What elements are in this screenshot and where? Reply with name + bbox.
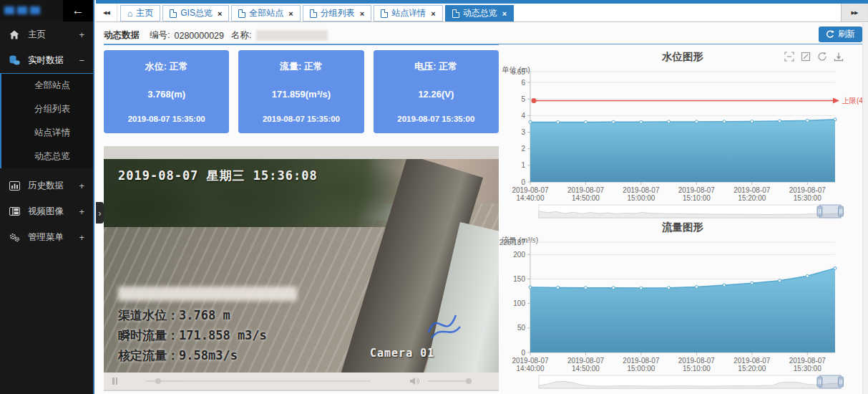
svg-text:2019-08-07: 2019-08-07 xyxy=(623,357,660,365)
datazoom-handle[interactable] xyxy=(817,206,822,216)
tab-group-list[interactable]: 分组列表 × xyxy=(303,5,371,21)
tab-label: 分组列表 xyxy=(321,7,355,19)
voltage-card[interactable]: 电压: 正常 12.26(V) 2019-08-07 15:35:00 xyxy=(374,50,499,133)
scroll-right-icon: ▶▶ xyxy=(852,10,858,16)
tab-gis-overview[interactable]: GIS总览 × xyxy=(162,5,229,21)
back-icon: ← xyxy=(72,4,84,18)
close-icon[interactable]: × xyxy=(502,9,507,18)
tab-label: 全部站点 xyxy=(249,7,283,19)
tab-label: 动态总览 xyxy=(463,7,497,19)
svg-text:50: 50 xyxy=(517,324,526,332)
video-progress-slider[interactable] xyxy=(145,380,371,382)
realtime-data-icon xyxy=(9,55,20,65)
close-icon[interactable]: × xyxy=(218,9,222,18)
tabs-scroll-right-button[interactable]: ▶▶ xyxy=(841,4,868,21)
svg-text:225.187: 225.187 xyxy=(499,239,526,246)
svg-text:4: 4 xyxy=(521,112,525,120)
scrollbar-track[interactable] xyxy=(862,23,868,394)
svg-text:0: 0 xyxy=(521,349,525,357)
water-level-card[interactable]: 水位: 正常 3.768(m) 2019-08-07 15:35:00 xyxy=(104,50,229,133)
sidebar-item-home[interactable]: 主页 + xyxy=(0,21,93,47)
expand-plus-icon: + xyxy=(79,181,84,191)
card-timestamp: 2019-08-07 15:35:00 xyxy=(108,115,225,123)
svg-text:2019-08-07: 2019-08-07 xyxy=(789,186,826,194)
chart-toolbox xyxy=(784,52,844,64)
video-timestamp-overlay: 2019-08-07 星期三 15:36:08 xyxy=(118,168,318,184)
svg-text:15:30:00: 15:30:00 xyxy=(794,194,821,202)
card-title: 水位: 正常 xyxy=(108,60,225,73)
svg-text:6.65: 6.65 xyxy=(512,68,526,76)
home-icon: ⌂ xyxy=(127,9,132,18)
svg-text:14:50:00: 14:50:00 xyxy=(572,365,600,373)
volume-slider[interactable] xyxy=(427,380,472,382)
sidebar-item-all-stations[interactable]: 全部站点 xyxy=(1,74,93,97)
svg-text:5: 5 xyxy=(521,95,525,103)
volume-thumb[interactable] xyxy=(466,378,472,384)
sidebar-item-dynamic-overview[interactable]: 动态总览 xyxy=(1,145,93,168)
tab-all-stations[interactable]: 全部站点 × xyxy=(231,5,300,21)
sidebar-collapse-handle[interactable]: › xyxy=(96,202,104,224)
svg-text:15:30:00: 15:30:00 xyxy=(794,365,821,373)
pause-icon[interactable] xyxy=(112,378,118,385)
sidebar-back-button[interactable]: ← xyxy=(63,0,93,21)
svg-text:15:20:00: 15:20:00 xyxy=(738,194,766,202)
tab-bar: ◀◀ ⌂ 主页 GIS总览 × 全部站点 × 分组列表 × 站点详情 × 动态总… xyxy=(96,0,868,22)
volume-icon[interactable] xyxy=(410,377,420,385)
tabs-scroll-left-button[interactable]: ◀◀ xyxy=(96,4,117,21)
sidebar-item-group-list[interactable]: 分组列表 xyxy=(1,97,93,121)
save-image-icon[interactable] xyxy=(834,52,844,64)
close-icon[interactable]: × xyxy=(431,9,435,18)
svg-text:15:20:00: 15:20:00 xyxy=(738,365,766,373)
camera-video-player[interactable]: 2019-08-07 星期三 15:36:08 渠道水位：3.768 m 瞬时流… xyxy=(104,146,499,391)
svg-text:2019-08-07: 2019-08-07 xyxy=(733,357,771,365)
svg-text:2019-08-07: 2019-08-07 xyxy=(623,186,660,194)
admin-menu-icon xyxy=(9,232,20,242)
sidebar-item-history-data[interactable]: 历史数据 + xyxy=(0,173,93,198)
sidebar-item-station-detail[interactable]: 站点详情 xyxy=(1,121,93,145)
flow-chart: 流量图形 流量 (m³/s) 050100150200225.1872019-0… xyxy=(499,221,868,393)
content-header: 动态数据 编号: 0280000029 名称: 刷新 xyxy=(104,27,862,45)
flow-plot[interactable]: 050100150200225.1872019-08-0714:40:00201… xyxy=(499,235,868,391)
water-level-plot[interactable]: 01234566.65上限(4.9)2019-08-0714:40:002019… xyxy=(499,64,868,221)
osd-water-level: 渠道水位：3.768 m xyxy=(118,305,297,325)
blue-scribble-mark xyxy=(424,302,464,344)
doc-icon xyxy=(381,9,388,18)
video-frame: 2019-08-07 星期三 15:36:08 渠道水位：3.768 m 瞬时流… xyxy=(104,159,499,373)
close-icon[interactable]: × xyxy=(360,9,364,18)
station-code-label: 编号: xyxy=(150,29,170,42)
datazoom-window[interactable] xyxy=(819,205,841,218)
datazoom-icon[interactable] xyxy=(784,52,794,64)
refresh-button[interactable]: 刷新 xyxy=(819,27,862,42)
chevron-right-icon: › xyxy=(98,208,101,218)
svg-text:2019-08-07: 2019-08-07 xyxy=(678,186,716,194)
datazoom-reset-icon[interactable] xyxy=(801,52,811,64)
svg-text:2019-08-07: 2019-08-07 xyxy=(567,357,605,365)
expand-plus-icon: + xyxy=(79,206,84,217)
datazoom-handle[interactable] xyxy=(839,377,844,387)
svg-text:0: 0 xyxy=(521,178,525,186)
svg-text:2019-08-07: 2019-08-07 xyxy=(678,357,716,365)
sidebar-item-admin-menu[interactable]: 管理菜单 + xyxy=(0,224,93,250)
tab-home[interactable]: ⌂ 主页 xyxy=(120,5,160,21)
datazoom-handle[interactable] xyxy=(839,206,844,216)
sidebar-item-realtime-data[interactable]: 实时数据 − xyxy=(0,47,93,73)
station-name-redacted xyxy=(256,30,328,41)
collapse-minus-icon: − xyxy=(79,55,84,66)
sidebar-header: ← xyxy=(0,0,93,21)
scroll-left-icon: ◀◀ xyxy=(103,10,109,16)
restore-icon[interactable] xyxy=(817,52,827,64)
svg-text:200: 200 xyxy=(513,251,525,259)
sidebar-item-video-image[interactable]: 视频图像 + xyxy=(0,198,93,224)
datazoom-handle[interactable] xyxy=(817,377,822,387)
history-data-icon xyxy=(9,181,20,191)
tab-dynamic-overview[interactable]: 动态总览 × xyxy=(445,5,514,21)
card-timestamp: 2019-08-07 15:35:00 xyxy=(243,115,359,123)
progress-thumb[interactable] xyxy=(155,378,161,384)
svg-text:14:40:00: 14:40:00 xyxy=(517,365,545,373)
osd-instant-flow: 瞬时流量：171.858 m3/s xyxy=(118,325,297,345)
doc-icon xyxy=(170,9,177,18)
datazoom-window[interactable] xyxy=(819,375,841,388)
tab-station-detail[interactable]: 站点详情 × xyxy=(374,5,442,21)
flow-card[interactable]: 流量: 正常 171.859(m³/s) 2019-08-07 15:35:00 xyxy=(238,50,364,133)
close-icon[interactable]: × xyxy=(288,9,293,18)
